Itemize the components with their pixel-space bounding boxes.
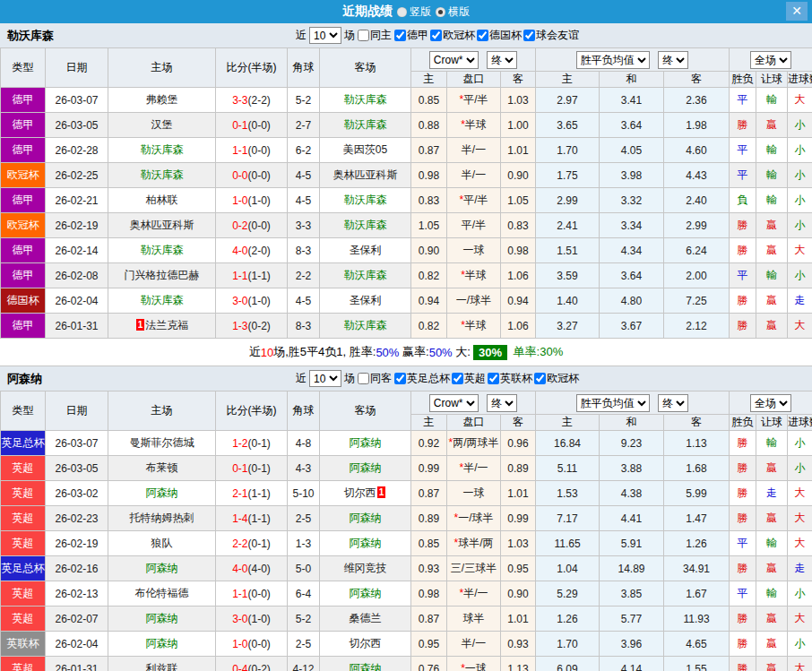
league-checkbox[interactable] xyxy=(394,373,406,384)
halftime-score: (0-1) xyxy=(248,437,271,450)
league-checkbox[interactable] xyxy=(534,373,546,384)
halftime-score: (2-0) xyxy=(248,245,271,257)
league-filter[interactable]: 欧冠杯 xyxy=(430,28,475,43)
odds-time-select[interactable]: 终 xyxy=(487,394,517,412)
away-odds: 1.13 xyxy=(501,657,536,671)
fulltime-score: 0-2 xyxy=(232,219,247,232)
halftime-score: (0-0) xyxy=(248,119,271,132)
same-venue-filter[interactable]: 同客 xyxy=(358,371,392,386)
league-label: 球会友谊 xyxy=(536,28,579,43)
league-filter[interactable]: 英足总杯 xyxy=(394,371,450,386)
league-checkbox[interactable] xyxy=(452,373,463,384)
league-checkbox[interactable] xyxy=(430,30,442,41)
home-team: 汉堡 xyxy=(108,113,216,138)
odds-time-select[interactable]: 终 xyxy=(487,51,517,69)
team-name: 圣保利 xyxy=(350,244,382,256)
recent-count-select[interactable]: 10 xyxy=(309,27,341,44)
layout-radio-horizontal[interactable]: 横版 xyxy=(436,4,470,20)
away-odds: 1.03 xyxy=(501,88,536,113)
halftime-score: (0-2) xyxy=(248,320,271,332)
away-team: 圣保利 xyxy=(320,288,411,314)
scope-select[interactable]: 全场 xyxy=(750,51,791,69)
summary-text2: 赢率: xyxy=(399,344,428,360)
avg-time-select[interactable]: 终 xyxy=(658,51,688,69)
avg-away-odds: 2.36 xyxy=(664,88,730,113)
goals-result-flag: 小 xyxy=(788,431,812,456)
home-odds: 0.87 xyxy=(411,481,447,506)
halftime-score: (1-1) xyxy=(248,270,271,282)
match-row: 英超26-01-31利兹联0-4(0-2)4-12阿森纳0.76*一球1.136… xyxy=(1,657,812,671)
team-name: 勒沃库森 xyxy=(344,118,387,131)
score-cell: 0-1(0-0) xyxy=(216,113,288,138)
close-button[interactable]: ✕ xyxy=(786,2,808,21)
avg-home-odds: 1.04 xyxy=(536,556,600,581)
competition-badge: 英足总杯 xyxy=(1,431,46,456)
result-flag: 勝 xyxy=(730,238,756,263)
match-date: 26-02-07 xyxy=(46,606,108,632)
avg-home-odds: 3.65 xyxy=(536,113,600,138)
result-flag: 勝 xyxy=(730,288,756,314)
league-filter[interactable]: 英联杯 xyxy=(488,371,532,386)
league-filter[interactable]: 德国杯 xyxy=(477,28,522,43)
avg-draw-odds: 4.80 xyxy=(600,288,664,314)
goals-result-flag: 大 xyxy=(788,657,812,671)
radio-checked-icon[interactable] xyxy=(436,7,445,17)
scope-select[interactable]: 全场 xyxy=(750,394,791,412)
away-odds: 1.01 xyxy=(501,138,536,163)
goals-result-flag: 走 xyxy=(788,288,812,314)
league-checkbox[interactable] xyxy=(488,373,499,384)
halftime-score: (0-1) xyxy=(248,462,271,475)
same-venue-checkbox[interactable] xyxy=(358,30,369,41)
avg-time-select[interactable]: 终 xyxy=(658,394,688,412)
competition-badge: 英联杯 xyxy=(1,632,46,657)
league-checkbox[interactable] xyxy=(394,30,406,41)
corner-score: 5-10 xyxy=(288,481,320,506)
corner-score: 5-0 xyxy=(288,556,320,581)
titlebar: 近期战绩 竖版 横版 ✕ xyxy=(0,0,812,23)
same-venue-checkbox[interactable] xyxy=(358,373,369,384)
handicap-result-flag: 贏 xyxy=(756,456,788,481)
handicap: 平/半 xyxy=(447,213,501,238)
win-rate-value: 50% xyxy=(376,346,399,359)
team-name: 美因茨05 xyxy=(343,143,387,156)
corner-score: 2-5 xyxy=(288,506,320,531)
avg-select[interactable]: 胜平负均值 xyxy=(576,51,650,69)
home-odds: 0.98 xyxy=(411,163,447,188)
league-filter[interactable]: 德甲 xyxy=(394,28,428,43)
avg-select[interactable]: 胜平负均值 xyxy=(576,394,650,412)
league-checkbox[interactable] xyxy=(523,30,535,41)
league-filter[interactable]: 球会友谊 xyxy=(523,28,579,43)
col-odds-home: 主 xyxy=(411,415,447,431)
match-row: 德甲26-01-311法兰克福1-3(0-2)8-3勒沃库森0.82*半球1.0… xyxy=(1,314,812,339)
col-handicap: 盘口 xyxy=(447,72,501,88)
handicap: *球半/两 xyxy=(447,531,501,556)
same-venue-filter[interactable]: 同主 xyxy=(358,28,392,43)
halftime-score: (0-0) xyxy=(248,638,271,650)
corner-score: 6-4 xyxy=(288,581,320,606)
corner-score: 4-5 xyxy=(288,188,320,213)
handicap-result-flag: 贏 xyxy=(756,506,788,531)
league-filter[interactable]: 英超 xyxy=(452,371,486,386)
avg-home-odds: 7.17 xyxy=(536,506,600,531)
radio-unchecked-icon[interactable] xyxy=(397,7,407,17)
odds-group-header: Crow* 终 xyxy=(411,48,536,72)
halftime-score: (1-1) xyxy=(248,487,271,500)
dialog-title: 近期战绩 xyxy=(342,4,393,20)
goals-result-flag: 大 xyxy=(788,481,812,506)
layout-radio-vertical[interactable]: 竖版 xyxy=(397,4,431,20)
match-date: 26-02-16 xyxy=(46,556,108,581)
corner-score: 4-8 xyxy=(288,431,320,456)
team-name: 阿森纳 xyxy=(350,587,382,599)
league-filter[interactable]: 欧冠杯 xyxy=(534,371,579,386)
recent-count-select[interactable]: 10 xyxy=(309,370,341,387)
league-checkbox[interactable] xyxy=(477,30,488,41)
result-flag: 勝 xyxy=(730,213,756,238)
handicap-result-flag: 輸 xyxy=(756,163,788,188)
home-team: 曼斯菲尔德城 xyxy=(108,431,216,456)
away-team: 勒沃库森 xyxy=(320,188,411,213)
col-avg-home: 主 xyxy=(536,72,600,88)
bookmaker-select[interactable]: Crow* xyxy=(429,51,479,69)
handicap-result-flag: 輸 xyxy=(756,531,788,556)
bookmaker-select[interactable]: Crow* xyxy=(429,394,479,412)
match-date: 26-02-28 xyxy=(46,138,108,163)
